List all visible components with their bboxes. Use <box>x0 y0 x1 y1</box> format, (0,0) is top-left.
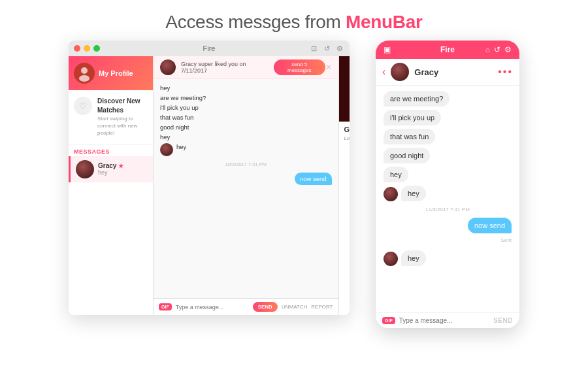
mobile-app-title: Fire <box>440 45 455 54</box>
svg-point-1 <box>79 75 90 82</box>
sidebar: My Profile ♡ Discover New Matches Start … <box>69 56 154 315</box>
window-title: Fire <box>203 44 216 52</box>
mobile-messages: are we meeting? i'll pick you up that wa… <box>376 86 519 288</box>
header-text-normal: Access messges from <box>165 12 346 32</box>
mobile-phone: ▣ Fire ⌂ ↺ ⚙ ‹ Gracy ••• are we meeting?… <box>376 41 519 328</box>
message-goodnight: good night <box>160 124 189 131</box>
report-button[interactable]: REPORT <box>311 304 333 310</box>
discover-text: Discover New Matches Start swiping to co… <box>97 97 148 137</box>
window-titlebar: Fire ⊡ ↺ ⚙ <box>69 41 350 56</box>
message-fun: that was fun <box>160 114 193 121</box>
star-icon: ★ <box>118 163 123 169</box>
mobile-input-bar: GIF SEND <box>376 312 519 328</box>
mobile-send-button[interactable]: SEND <box>493 317 513 324</box>
chat-input-bar: GIF SEND UNMATCH REPORT <box>154 298 338 315</box>
message-input[interactable] <box>176 304 249 310</box>
message-hey2: hey <box>160 133 170 141</box>
mobile-msg-hey1: hey <box>384 167 408 182</box>
mobile-msg-group: hey <box>384 186 512 201</box>
mobile-msg-meeting: are we meeting? <box>384 91 449 107</box>
mobile-msg-group-hey3: hey <box>384 250 512 266</box>
mobile-monitor-icon: ▣ <box>384 45 391 54</box>
mobile-back-button[interactable]: ‹ <box>382 66 385 78</box>
notif-thumb <box>160 59 176 75</box>
chat-name: Gracy ★ <box>98 162 123 169</box>
sidebar-profile-name: My Profile <box>99 69 133 77</box>
header-text-bold: MenuBar <box>346 12 423 32</box>
maximize-dot[interactable] <box>93 45 100 52</box>
page-header: Access messges from MenuBar <box>165 0 422 41</box>
mobile-sent-label: Sent <box>384 237 512 243</box>
profile-info-name: Gracy, 28 ★ <box>344 125 350 133</box>
window-icon-3[interactable]: ⚙ <box>335 44 344 53</box>
mobile-message-input[interactable] <box>399 317 490 324</box>
sidebar-chat-item[interactable]: Gracy ★ hey <box>69 156 153 182</box>
mobile-gif-button[interactable]: GIF <box>382 317 395 324</box>
message-hey: hey <box>160 84 170 92</box>
profile-photo <box>339 56 350 122</box>
mobile-msg-avatar <box>384 187 398 201</box>
profile-panel: Gracy, 28 ★ Love Swimming <box>338 56 350 315</box>
chat-preview: hey <box>98 169 123 176</box>
mobile-refresh-icon[interactable]: ↺ <box>494 45 500 54</box>
window-body: My Profile ♡ Discover New Matches Start … <box>69 56 350 315</box>
messages-label: Messages <box>69 144 153 156</box>
window-icon-2[interactable]: ↺ <box>322 44 331 53</box>
mobile-home-icon[interactable]: ⌂ <box>485 45 490 54</box>
mobile-chat-avatar <box>391 63 409 81</box>
mobile-chat-header: ‹ Gracy ••• <box>376 59 519 86</box>
message-group-hey3: hey <box>160 143 332 156</box>
message-hey3: hey <box>176 143 186 150</box>
mobile-msg-pickup: i'll pick you up <box>384 110 441 125</box>
notif-text: Gracy super liked you on 7/11/2017 <box>181 61 274 74</box>
svg-rect-2 <box>339 56 350 122</box>
discover-sub: Start swiping to connect with new people… <box>97 115 148 137</box>
discover-title: Discover New Matches <box>97 97 148 115</box>
chat-main: Gracy super liked you on 7/11/2017 send … <box>154 56 338 315</box>
send-messages-button[interactable]: send 5 messages <box>274 59 325 75</box>
message-sent-nowsend: now send <box>295 173 332 185</box>
discover-icon: ♡ <box>74 97 92 115</box>
chat-avatar <box>76 160 94 178</box>
mobile-msg-avatar-2 <box>384 252 398 266</box>
close-dot[interactable] <box>74 45 80 52</box>
chat-messages: hey are we meeting? i'll pick you up tha… <box>154 79 338 298</box>
profile-info: Gracy, 28 ★ Love Swimming <box>339 122 350 145</box>
sidebar-discover[interactable]: ♡ Discover New Matches Start swiping to … <box>69 90 153 144</box>
profile-info-bio: Love Swimming <box>344 135 350 141</box>
profile-avatar <box>74 63 95 84</box>
send-button[interactable]: SEND <box>253 302 278 312</box>
content-area: Fire ⊡ ↺ ⚙ My Profile ♡ Di <box>0 41 588 328</box>
mobile-msg-hey2: hey <box>401 186 426 201</box>
window-controls <box>74 45 100 52</box>
message-meeting: are we meeting? <box>160 94 206 101</box>
minimize-dot[interactable] <box>84 45 90 52</box>
mobile-statusbar-right: ⌂ ↺ ⚙ <box>485 45 512 54</box>
window-icon-1[interactable]: ⊡ <box>309 44 318 53</box>
desktop-window: Fire ⊡ ↺ ⚙ My Profile ♡ Di <box>69 41 350 315</box>
window-actions: ⊡ ↺ ⚙ <box>309 44 344 53</box>
mobile-statusbar: ▣ Fire ⌂ ↺ ⚙ <box>376 41 519 59</box>
message-avatar <box>160 143 173 156</box>
message-pickup: i'll pick you up <box>160 104 199 111</box>
mobile-msg-goodnight: good night <box>384 148 430 163</box>
svg-point-0 <box>81 67 88 74</box>
mobile-settings-icon[interactable]: ⚙ <box>504 45 512 54</box>
chat-notification: Gracy super liked you on 7/11/2017 send … <box>154 56 338 79</box>
mobile-more-button[interactable]: ••• <box>498 66 513 78</box>
unmatch-button[interactable]: UNMATCH <box>282 304 307 310</box>
notif-left: Gracy super liked you on 7/11/2017 <box>160 59 274 75</box>
mobile-msg-sent-nowsend: now send <box>468 218 512 233</box>
chat-timestamp: 10/3/2017 7:41 PM <box>160 161 332 167</box>
mobile-chat-name: Gracy <box>414 67 493 77</box>
sidebar-profile: My Profile <box>69 56 153 90</box>
chat-info: Gracy ★ hey <box>98 162 123 176</box>
mobile-msg-hey3: hey <box>401 250 426 266</box>
close-icon[interactable]: ✕ <box>325 63 332 72</box>
gif-button[interactable]: GIF <box>159 303 172 310</box>
mobile-timestamp: 11/3/2017 7:41 PM <box>384 207 512 212</box>
mobile-msg-fun: that was fun <box>384 129 435 144</box>
